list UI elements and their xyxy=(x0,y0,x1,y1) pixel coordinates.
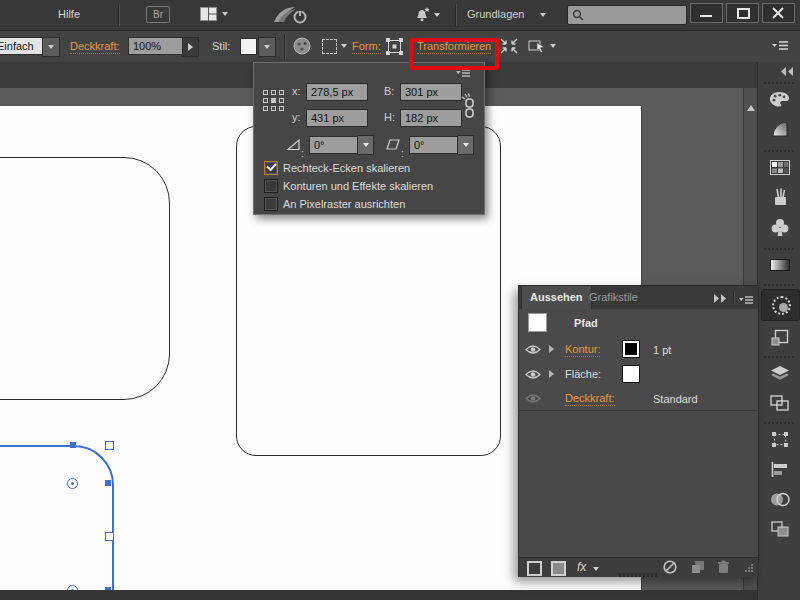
panel-drag-grip[interactable] xyxy=(619,573,657,577)
ref-point[interactable] xyxy=(263,106,268,111)
constrain-proportions-button[interactable] xyxy=(461,93,477,121)
maximize-button[interactable] xyxy=(726,3,759,23)
arrange-documents-arrow-icon[interactable] xyxy=(222,12,228,16)
height-field[interactable]: 182 px xyxy=(400,109,462,127)
ref-point[interactable] xyxy=(263,90,268,95)
dock-layers-button[interactable] xyxy=(761,360,798,386)
fill-color-swatch[interactable] xyxy=(623,366,639,382)
checkbox-icon[interactable] xyxy=(264,179,278,193)
transform-link[interactable]: Transformieren xyxy=(417,40,491,54)
ref-point[interactable] xyxy=(271,106,276,111)
new-fill-icon[interactable] xyxy=(551,561,566,576)
expand-arrow-icon[interactable] xyxy=(549,345,554,353)
menu-hilfe[interactable]: Hilfe xyxy=(58,8,80,20)
bounding-box-handle[interactable] xyxy=(105,441,114,450)
sync-settings-button[interactable] xyxy=(414,6,432,25)
shear-field[interactable]: 0° xyxy=(409,136,459,154)
anchor-point[interactable] xyxy=(70,442,76,448)
dock-align-button[interactable] xyxy=(761,456,798,482)
expand-arrow-icon[interactable] xyxy=(549,370,554,378)
dock-pathfinder-button[interactable] xyxy=(761,486,798,512)
scroll-up-icon[interactable] xyxy=(747,93,755,105)
dock-transform-button[interactable] xyxy=(761,426,798,452)
add-effect-button[interactable]: fx xyxy=(577,560,586,574)
path-swatch[interactable] xyxy=(528,313,547,332)
style-swatch[interactable] xyxy=(240,38,257,55)
search-input[interactable] xyxy=(586,7,686,23)
isolate-selection-button[interactable] xyxy=(500,38,518,56)
x-field[interactable]: 278,5 px xyxy=(306,83,368,101)
dock-grip[interactable] xyxy=(764,150,794,152)
workspace-arrow-icon[interactable] xyxy=(540,13,546,17)
appearance-row-path[interactable]: Pfad xyxy=(519,309,758,338)
appearance-row-stroke[interactable]: Kontur: 1 pt xyxy=(519,337,758,363)
dock-symbols-button[interactable] xyxy=(761,214,798,240)
ref-point[interactable] xyxy=(279,106,284,111)
select-similar-arrow-icon[interactable] xyxy=(341,44,347,48)
ref-point-selected[interactable] xyxy=(271,98,276,103)
dock-gradient-button[interactable] xyxy=(761,252,798,278)
select-behind-arrow-icon[interactable] xyxy=(550,44,556,48)
duplicate-item-button[interactable] xyxy=(691,560,705,576)
clear-appearance-button[interactable] xyxy=(663,560,677,576)
dock-shape-builder-button[interactable] xyxy=(761,516,798,542)
style-dropdown-button[interactable] xyxy=(258,37,276,57)
opacity-spinner-button[interactable] xyxy=(182,37,199,57)
controlbar-menu-button[interactable] xyxy=(772,41,788,53)
rounded-rectangle-1[interactable] xyxy=(0,157,170,400)
dock-grip[interactable] xyxy=(764,356,794,358)
panel-menu-button[interactable] xyxy=(739,294,753,306)
dock-grip[interactable] xyxy=(764,82,794,84)
checkbox-icon[interactable] xyxy=(264,197,278,211)
checkbox-icon[interactable] xyxy=(264,161,278,175)
ref-point[interactable] xyxy=(271,90,276,95)
appearance-row-opacity[interactable]: Deckkraft: Standard xyxy=(519,386,758,411)
tab-grafikstile[interactable]: Grafikstile xyxy=(581,286,646,309)
dock-artboards-button[interactable] xyxy=(761,390,798,416)
dock-color-guide-button[interactable] xyxy=(761,116,798,142)
sync-settings-arrow-icon[interactable] xyxy=(434,13,440,17)
dock-grip[interactable] xyxy=(764,248,794,250)
appearance-row-fill[interactable]: Fläche: xyxy=(519,362,758,387)
select-similar-icon[interactable] xyxy=(322,39,337,54)
stroke-link[interactable]: Kontur: xyxy=(565,343,600,357)
anchor-point[interactable] xyxy=(105,480,111,486)
ref-point[interactable] xyxy=(279,90,284,95)
arrange-documents-button[interactable] xyxy=(200,7,217,23)
new-stroke-icon[interactable] xyxy=(527,561,542,576)
reference-point-locator[interactable] xyxy=(263,90,284,111)
dock-grip[interactable] xyxy=(764,284,794,286)
ref-point[interactable] xyxy=(263,98,268,103)
select-behind-button[interactable] xyxy=(528,38,546,56)
opacity-link[interactable]: Deckkraft: xyxy=(565,392,615,406)
close-button[interactable] xyxy=(762,3,795,23)
delete-item-button[interactable] xyxy=(717,560,730,576)
dock-grip[interactable] xyxy=(764,422,794,424)
dock-swatches-button[interactable] xyxy=(761,154,798,180)
shear-dropdown-button[interactable] xyxy=(457,135,474,155)
live-corner-widget[interactable] xyxy=(67,478,78,489)
dock-color-button[interactable] xyxy=(761,86,798,112)
bridge-button[interactable]: Br xyxy=(146,6,170,23)
width-field[interactable]: 301 px xyxy=(400,83,462,101)
selected-rounded-rectangle[interactable] xyxy=(0,445,114,590)
stroke-profile-dropdown-button[interactable] xyxy=(42,37,60,57)
workspace-switcher[interactable]: Grundlagen xyxy=(467,8,525,20)
resize-grip-icon[interactable] xyxy=(744,563,754,573)
rotate-field[interactable]: 0° xyxy=(309,136,359,154)
opacity-link[interactable]: Deckkraft: xyxy=(70,40,120,54)
minimize-button[interactable] xyxy=(690,3,723,23)
shape-link[interactable]: Form: xyxy=(352,40,381,54)
ref-point[interactable] xyxy=(279,98,284,103)
opacity-field[interactable]: 100% xyxy=(128,37,190,55)
search-box[interactable] xyxy=(567,5,687,25)
dock-graphic-styles-button[interactable] xyxy=(761,324,798,350)
visibility-eye-icon[interactable] xyxy=(525,393,541,404)
cs-live-button[interactable] xyxy=(272,5,312,27)
y-field[interactable]: 431 px xyxy=(306,109,368,127)
bounding-box-handle[interactable] xyxy=(105,532,114,541)
visibility-eye-icon[interactable] xyxy=(525,369,541,380)
collapse-panel-button[interactable] xyxy=(713,293,729,305)
dock-brushes-button[interactable] xyxy=(761,184,798,210)
stroke-color-swatch[interactable] xyxy=(623,341,639,357)
